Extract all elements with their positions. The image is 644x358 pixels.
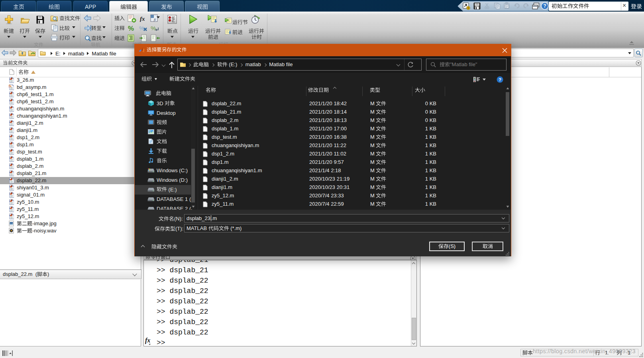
svg-text:%: % xyxy=(151,25,156,31)
svg-text:?: ? xyxy=(499,77,501,82)
svg-text:?: ? xyxy=(543,3,546,9)
svg-text:fx: fx xyxy=(145,337,150,344)
svg-text:%: % xyxy=(128,25,134,32)
svg-text:fi: fi xyxy=(154,18,156,22)
svg-text:fx: fx xyxy=(140,16,145,22)
svg-text:%: % xyxy=(139,25,144,31)
